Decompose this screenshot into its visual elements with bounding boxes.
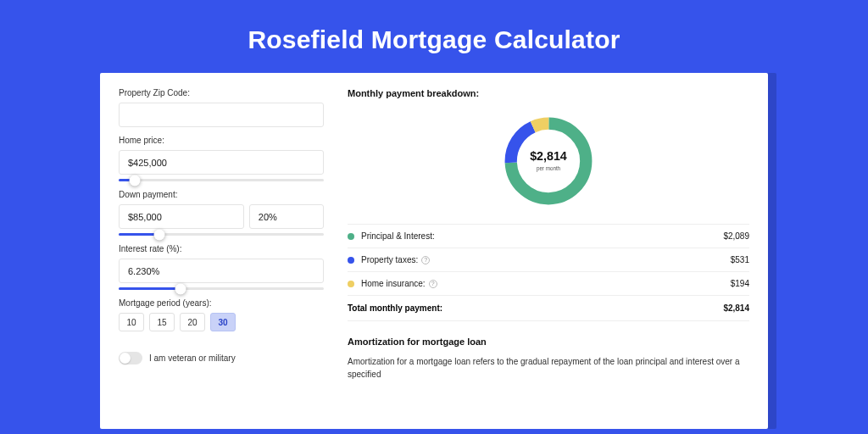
mortgage-period-group: 10152030 <box>119 313 324 331</box>
interest-rate-input[interactable] <box>119 259 324 283</box>
donut-svg: $2,814 per month <box>498 110 599 212</box>
legend-dot <box>348 281 354 287</box>
donut-chart: $2,814 per month <box>348 103 749 224</box>
legend-value: $531 <box>731 255 749 264</box>
interest-rate-slider-fill <box>119 287 181 290</box>
interest-rate-label: Interest rate (%): <box>119 244 324 253</box>
home-price-label: Home price: <box>119 136 324 145</box>
down-payment-slider[interactable] <box>119 233 324 236</box>
help-icon[interactable]: ? <box>429 280 437 288</box>
calculator-panel: Property Zip Code: Home price: Down paym… <box>100 73 768 429</box>
home-price-slider[interactable] <box>119 179 324 181</box>
legend-label: Principal & Interest: <box>361 231 723 241</box>
help-icon[interactable]: ? <box>421 256 430 264</box>
period-option-10[interactable]: 10 <box>119 313 144 331</box>
down-payment-label: Down payment: <box>119 190 324 199</box>
legend-dot <box>348 257 354 264</box>
legend-dot <box>348 233 354 240</box>
zip-label: Property Zip Code: <box>119 88 324 97</box>
legend-row: Principal & Interest:$2,089 <box>348 224 749 248</box>
donut-center-sub: per month <box>537 165 561 172</box>
legend-value: $194 <box>731 279 749 288</box>
amortization-title: Amortization for mortgage loan <box>348 337 749 347</box>
down-payment-pct-input[interactable] <box>249 204 324 229</box>
legend-row: Property taxes: ?$531 <box>348 248 749 272</box>
donut-center-value: $2,814 <box>530 149 567 163</box>
breakdown-title: Monthly payment breakdown: <box>348 88 749 98</box>
down-payment-input[interactable] <box>119 204 244 229</box>
veteran-toggle[interactable] <box>119 352 142 364</box>
input-form: Property Zip Code: Home price: Down paym… <box>119 86 324 429</box>
period-option-15[interactable]: 15 <box>149 313 175 331</box>
amortization-body: Amortization for a mortgage loan refers … <box>348 355 749 381</box>
zip-input[interactable] <box>119 103 324 127</box>
breakdown-panel: Monthly payment breakdown: $2,814 per mo… <box>348 86 749 429</box>
total-row: Total monthly payment: $2,814 <box>348 296 749 321</box>
legend-label: Property taxes: ? <box>361 255 731 264</box>
total-label: Total monthly payment: <box>348 303 723 313</box>
period-option-30[interactable]: 30 <box>210 313 236 331</box>
home-price-input[interactable] <box>119 150 324 175</box>
interest-rate-slider-thumb[interactable] <box>175 283 186 294</box>
mortgage-period-label: Mortgage period (years): <box>119 298 324 308</box>
home-price-slider-thumb[interactable] <box>130 175 141 186</box>
legend-row: Home insurance: ?$194 <box>348 272 749 296</box>
down-payment-slider-thumb[interactable] <box>154 229 165 240</box>
interest-rate-slider[interactable] <box>119 287 324 290</box>
legend: Principal & Interest:$2,089Property taxe… <box>348 224 749 296</box>
total-value: $2,814 <box>723 303 749 313</box>
page-title: Rosefield Mortgage Calculator <box>0 0 868 73</box>
legend-label: Home insurance: ? <box>361 279 731 288</box>
legend-value: $2,089 <box>723 231 749 241</box>
period-option-20[interactable]: 20 <box>180 313 205 331</box>
veteran-label: I am veteran or military <box>149 353 236 363</box>
